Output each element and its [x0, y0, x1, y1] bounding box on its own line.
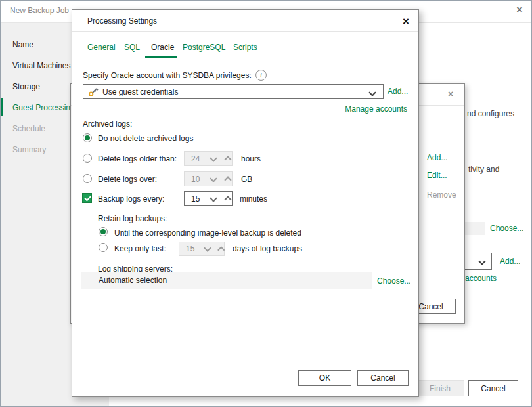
backup-logs-every-label[interactable]: Backup logs every:	[98, 194, 164, 204]
sidebar-item-storage[interactable]: Storage	[12, 81, 40, 92]
radio-until-image-level-backup-deleted[interactable]	[99, 227, 108, 236]
retain-log-backups-label: Retain log backups:	[98, 214, 167, 223]
credentials-remove-link: Remove	[427, 190, 456, 200]
dialog-title: Processing Settings	[87, 16, 157, 26]
oracle-account-label-row: Specify Oracle account with SYSDBA privi…	[83, 70, 267, 81]
radio-until-label[interactable]: Until the corresponding image-level back…	[114, 228, 301, 238]
radio-delete-older-label[interactable]: Delete logs older than:	[98, 154, 177, 163]
sidebar-item-summary: Summary	[12, 144, 46, 155]
account-add-link[interactable]: Add...	[388, 87, 408, 96]
radio-delete-logs-older-than[interactable]	[83, 154, 92, 163]
minutes-unit-label: minutes	[240, 194, 267, 204]
tab-scripts[interactable]: Scripts	[233, 43, 257, 52]
log-shipping-choose-link[interactable]: Choose...	[377, 276, 410, 286]
spinner-up-icon[interactable]	[224, 196, 231, 203]
key-icon	[88, 87, 99, 97]
radio-delete-over-label[interactable]: Delete logs over:	[98, 175, 157, 184]
spinner-down-icon	[204, 244, 211, 251]
dialog-title-separator	[72, 31, 418, 32]
gb-spinner-value: 10	[191, 175, 207, 184]
active-tab-underline	[145, 56, 177, 58]
credentials-dialog-close-icon[interactable]: ×	[443, 87, 458, 101]
spinner-down-icon	[210, 154, 217, 161]
tab-postgresql[interactable]: PostgreSQL	[183, 43, 225, 52]
radio-do-not-delete-archived-logs[interactable]	[83, 133, 92, 142]
days-spinner-value: 15	[186, 244, 201, 253]
window-title: New Backup Job	[10, 6, 69, 15]
hours-spinner: 24	[184, 151, 233, 166]
processing-settings-dialog: Processing Settings × General SQL Oracle…	[72, 9, 419, 397]
info-icon: i	[255, 70, 267, 81]
background-text-fragment: tivity and	[468, 165, 499, 174]
background-choose-link[interactable]: Choose...	[490, 224, 523, 233]
days-spinner: 15	[179, 242, 225, 256]
new-backup-job-window: New Backup Job × Name Virtual Machines S…	[0, 0, 532, 407]
background-manage-accounts-fragment[interactable]: accounts	[465, 274, 497, 283]
gb-spinner: 10	[184, 171, 233, 186]
spinner-down-icon	[210, 175, 217, 182]
credentials-combobox-value: Use guest credentials	[102, 87, 178, 96]
sidebar-item-name[interactable]: Name	[12, 39, 33, 50]
minutes-spinner[interactable]: 15	[184, 191, 233, 206]
credentials-combobox[interactable]: Use guest credentials	[83, 84, 384, 99]
log-shipping-field: Automatic selection	[81, 272, 372, 289]
sidebar-item-guest-processing[interactable]: Guest Processing	[12, 102, 75, 113]
tab-sql[interactable]: SQL	[124, 43, 140, 52]
background-add-link[interactable]: Add...	[500, 257, 520, 266]
radio-keep-only-last[interactable]	[99, 243, 108, 252]
wizard-cancel-button[interactable]: Cancel	[468, 380, 518, 396]
tab-general[interactable]: General	[87, 43, 116, 52]
tab-separator	[83, 58, 409, 58]
finish-button: Finish	[416, 380, 464, 396]
radio-keep-only-last-label[interactable]: Keep only last:	[114, 244, 166, 253]
manage-accounts-link[interactable]: Manage accounts	[345, 104, 407, 114]
days-unit-label: days of log backups	[233, 244, 302, 253]
dialog-cancel-button[interactable]: Cancel	[357, 370, 409, 386]
ok-button[interactable]: OK	[298, 370, 351, 386]
radio-do-not-delete-label[interactable]: Do not delete archived logs	[98, 134, 193, 143]
tab-oracle[interactable]: Oracle	[151, 43, 174, 52]
chevron-down-icon	[478, 257, 485, 265]
radio-delete-logs-over[interactable]	[83, 174, 92, 183]
credentials-add-link[interactable]: Add...	[427, 153, 447, 162]
sidebar-item-virtual-machines[interactable]: Virtual Machines	[12, 60, 71, 71]
sidebar-item-schedule: Schedule	[12, 123, 45, 134]
window-close-icon[interactable]: ×	[512, 3, 527, 17]
oracle-account-label: Specify Oracle account with SYSDBA privi…	[83, 71, 252, 80]
minutes-spinner-value[interactable]: 15	[191, 194, 207, 204]
hours-unit-label: hours	[241, 154, 261, 163]
checkbox-backup-logs-every[interactable]	[82, 193, 92, 203]
archived-logs-label: Archived logs:	[83, 119, 132, 129]
hours-spinner-value: 24	[191, 154, 207, 163]
background-text-fragment: nd configures	[467, 109, 514, 118]
spinner-up-icon	[218, 246, 225, 253]
dialog-close-icon[interactable]: ×	[397, 14, 414, 30]
chevron-down-icon	[368, 89, 376, 96]
credentials-edit-link[interactable]: Edit...	[427, 171, 447, 180]
spinner-down-icon[interactable]	[210, 194, 217, 202]
spinner-up-icon	[224, 156, 231, 163]
spinner-up-icon	[224, 176, 231, 183]
sidebar-active-indicator	[1, 98, 3, 116]
gb-unit-label: GB	[241, 175, 252, 184]
